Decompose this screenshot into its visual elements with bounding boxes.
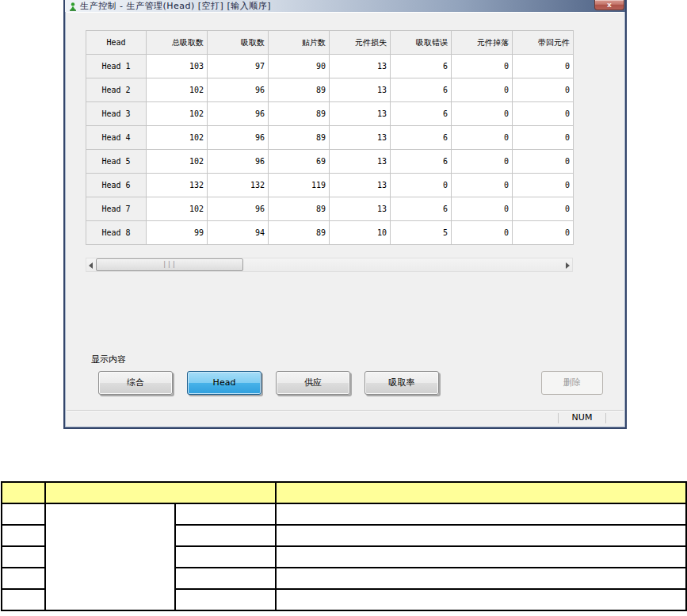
grid-cell[interactable]: 13 bbox=[330, 102, 391, 126]
grid-cell[interactable]: 102 bbox=[147, 197, 208, 221]
grid-cell[interactable]: 0 bbox=[513, 174, 574, 197]
grid-row-header[interactable]: Head 8 bbox=[86, 221, 147, 245]
grid-row: Head 3102968913600 bbox=[86, 102, 574, 126]
grid-cell[interactable]: 0 bbox=[452, 197, 513, 221]
grid-column-header[interactable]: 总吸取数 bbox=[147, 31, 208, 55]
grid-cell[interactable]: 0 bbox=[513, 197, 574, 221]
scroll-right-arrow-icon[interactable] bbox=[563, 258, 572, 271]
doc-cell bbox=[2, 546, 45, 568]
grid-cell[interactable]: 96 bbox=[208, 102, 269, 126]
grid-cell[interactable]: 13 bbox=[330, 55, 391, 78]
grid-cell[interactable]: 102 bbox=[147, 78, 208, 102]
grid-cell[interactable]: 0 bbox=[452, 150, 513, 174]
scrollbar-thumb[interactable]: ||| bbox=[96, 258, 243, 271]
grid-cell[interactable]: 69 bbox=[269, 150, 330, 174]
grid-cell[interactable]: 0 bbox=[513, 221, 574, 245]
grid-row-header[interactable]: Head 7 bbox=[86, 197, 147, 221]
grid-cell[interactable]: 119 bbox=[269, 174, 330, 197]
grid-row: Head 613213211913000 bbox=[86, 174, 574, 197]
grid-cell[interactable]: 13 bbox=[330, 78, 391, 102]
grid-row-header[interactable]: Head 2 bbox=[86, 78, 147, 102]
grid-cell[interactable]: 0 bbox=[513, 78, 574, 102]
grid-column-header[interactable]: 吸取数 bbox=[208, 31, 269, 55]
grid-row-header[interactable]: Head 5 bbox=[86, 150, 147, 174]
grid-row-header[interactable]: Head 1 bbox=[86, 55, 147, 78]
grid-cell[interactable]: 0 bbox=[513, 150, 574, 174]
grid-cell[interactable]: 5 bbox=[391, 221, 452, 245]
statusbar-separator bbox=[605, 413, 606, 423]
grid-cell[interactable]: 0 bbox=[452, 174, 513, 197]
grid-cell[interactable]: 0 bbox=[513, 102, 574, 126]
grid-cell[interactable]: 0 bbox=[513, 55, 574, 78]
grid-cell[interactable]: 13 bbox=[330, 150, 391, 174]
horizontal-scrollbar[interactable]: ||| bbox=[86, 258, 573, 272]
grid-cell[interactable]: 13 bbox=[330, 126, 391, 150]
grid-cell[interactable]: 0 bbox=[452, 78, 513, 102]
grid-cell[interactable]: 6 bbox=[391, 55, 452, 78]
grid-cell[interactable]: 6 bbox=[391, 150, 452, 174]
composite-button[interactable]: 综合 bbox=[98, 371, 173, 395]
grid-row-header[interactable]: Head 3 bbox=[86, 102, 147, 126]
grid-cell[interactable]: 102 bbox=[147, 102, 208, 126]
doc-cell bbox=[276, 589, 686, 610]
grid-cell[interactable]: 6 bbox=[391, 126, 452, 150]
grid-cell[interactable]: 6 bbox=[391, 78, 452, 102]
grid-row: Head 899948910500 bbox=[86, 221, 574, 245]
grid-cell[interactable]: 102 bbox=[147, 150, 208, 174]
grid-cell[interactable]: 90 bbox=[269, 55, 330, 78]
grid-cell[interactable]: 89 bbox=[269, 78, 330, 102]
desktop-canvas: { "window": { "title": "生产控制 - 生产管理(Head… bbox=[0, 0, 687, 616]
delete-button[interactable]: 删除 bbox=[541, 371, 603, 395]
grid-column-header[interactable]: 元件损失 bbox=[330, 31, 391, 55]
grid-column-header[interactable]: 元件掉落 bbox=[452, 31, 513, 55]
scrollbar-grip-icon: ||| bbox=[162, 262, 176, 268]
grid-cell[interactable]: 102 bbox=[147, 126, 208, 150]
grid-cell[interactable]: 0 bbox=[452, 55, 513, 78]
grid-cell[interactable]: 96 bbox=[208, 126, 269, 150]
pickup-rate-button[interactable]: 吸取率 bbox=[364, 371, 439, 395]
grid-cell[interactable]: 89 bbox=[269, 197, 330, 221]
grid-cell[interactable]: 89 bbox=[269, 221, 330, 245]
grid-row-header[interactable]: Head 6 bbox=[86, 174, 147, 197]
doc-cell bbox=[276, 525, 686, 546]
grid-cell[interactable]: 96 bbox=[208, 150, 269, 174]
grid-cell[interactable]: 94 bbox=[208, 221, 269, 245]
grid-column-header[interactable]: 吸取错误 bbox=[391, 31, 452, 55]
head-button[interactable]: Head bbox=[187, 371, 261, 395]
doc-cell bbox=[276, 568, 686, 589]
grid-cell[interactable]: 0 bbox=[452, 221, 513, 245]
grid-cell[interactable]: 132 bbox=[208, 174, 269, 197]
titlebar[interactable]: 生产控制 - 生产管理(Head) [空打] [输入顺序] x bbox=[65, 0, 625, 12]
grid-cell[interactable]: 96 bbox=[208, 197, 269, 221]
num-lock-indicator: NUM bbox=[559, 411, 605, 426]
supply-button[interactable]: 供应 bbox=[276, 371, 350, 395]
grid-cell[interactable]: 0 bbox=[452, 102, 513, 126]
grid-cell[interactable]: 0 bbox=[391, 174, 452, 197]
status-bar: NUM bbox=[67, 410, 624, 426]
close-button[interactable]: x bbox=[594, 0, 624, 10]
grid-cell[interactable]: 97 bbox=[208, 55, 269, 78]
window-client-area: Head总吸取数吸取数贴片数元件损失吸取错误元件掉落带回元件 Head 1103… bbox=[67, 12, 624, 411]
doc-cell bbox=[175, 546, 276, 568]
grid-cell[interactable]: 99 bbox=[147, 221, 208, 245]
grid-cell[interactable]: 0 bbox=[452, 126, 513, 150]
grid-row: Head 1103979013600 bbox=[86, 55, 574, 78]
grid-cell[interactable]: 96 bbox=[208, 78, 269, 102]
grid-cell[interactable]: 6 bbox=[391, 197, 452, 221]
grid-cell[interactable]: 132 bbox=[147, 174, 208, 197]
grid-cell[interactable]: 6 bbox=[391, 102, 452, 126]
doc-merged-cell bbox=[45, 503, 175, 610]
scroll-left-arrow-icon[interactable] bbox=[86, 258, 96, 271]
grid-cell[interactable]: 89 bbox=[269, 126, 330, 150]
grid-cell[interactable]: 13 bbox=[330, 174, 391, 197]
grid-cell[interactable]: 0 bbox=[513, 126, 574, 150]
grid-row-header[interactable]: Head 4 bbox=[86, 126, 147, 150]
grid-column-header[interactable]: 带回元件 bbox=[513, 31, 574, 55]
grid-cell[interactable]: 89 bbox=[269, 102, 330, 126]
grid-column-header[interactable]: Head bbox=[86, 31, 147, 55]
grid-cell[interactable]: 103 bbox=[147, 55, 208, 78]
grid-cell[interactable]: 10 bbox=[330, 221, 391, 245]
doc-cell bbox=[276, 503, 686, 525]
grid-cell[interactable]: 13 bbox=[330, 197, 391, 221]
grid-column-header[interactable]: 贴片数 bbox=[269, 31, 330, 55]
